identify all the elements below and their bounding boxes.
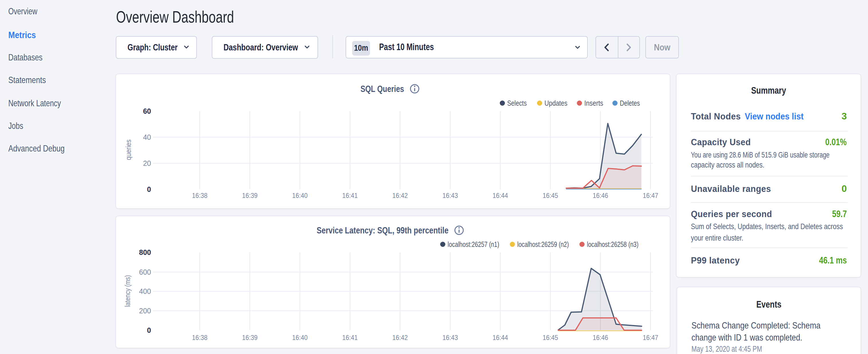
svg-text:16:41: 16:41 (342, 334, 358, 342)
svg-text:20: 20 (143, 159, 151, 167)
svg-text:16:38: 16:38 (192, 192, 208, 199)
svg-text:16:46: 16:46 (593, 334, 608, 342)
svg-text:16:41: 16:41 (342, 192, 358, 199)
svg-text:localhost:26259 (n2): localhost:26259 (n2) (517, 240, 569, 248)
svg-text:16:40: 16:40 (292, 192, 308, 199)
svg-text:16:43: 16:43 (442, 192, 458, 199)
svg-text:16:39: 16:39 (242, 192, 258, 199)
svg-text:Updates: Updates (545, 99, 567, 107)
svg-text:Service Latency: SQL, 99th per: Service Latency: SQL, 99th percentile (317, 225, 448, 235)
svg-text:16:43: 16:43 (442, 334, 458, 342)
svg-text:Deletes: Deletes (620, 99, 640, 107)
svg-text:16:47: 16:47 (643, 334, 658, 342)
svg-text:SQL Queries: SQL Queries (361, 84, 404, 94)
svg-text:Inserts: Inserts (584, 99, 603, 107)
svg-text:0: 0 (147, 326, 151, 334)
svg-text:16:46: 16:46 (593, 192, 608, 199)
svg-text:localhost:26257 (n1): localhost:26257 (n1) (447, 240, 499, 248)
svg-text:200: 200 (139, 307, 151, 315)
svg-text:16:44: 16:44 (493, 334, 508, 342)
svg-text:16:45: 16:45 (542, 334, 558, 342)
svg-text:0: 0 (147, 185, 151, 193)
svg-text:16:39: 16:39 (242, 334, 258, 342)
svg-text:16:47: 16:47 (643, 192, 658, 199)
svg-text:Selects: Selects (507, 99, 527, 107)
svg-text:queries: queries (124, 139, 133, 160)
svg-text:40: 40 (143, 133, 151, 141)
svg-text:localhost:26258 (n3): localhost:26258 (n3) (587, 240, 639, 248)
svg-text:16:42: 16:42 (392, 334, 408, 342)
svg-text:16:45: 16:45 (542, 192, 558, 199)
svg-text:16:44: 16:44 (493, 192, 508, 199)
svg-text:60: 60 (143, 107, 151, 115)
svg-text:600: 600 (139, 268, 151, 276)
svg-text:400: 400 (139, 287, 151, 295)
svg-text:800: 800 (139, 248, 151, 256)
svg-text:16:40: 16:40 (292, 334, 308, 342)
svg-text:16:38: 16:38 (192, 334, 208, 342)
svg-text:latency (ms): latency (ms) (123, 275, 132, 307)
svg-text:16:42: 16:42 (392, 192, 408, 199)
